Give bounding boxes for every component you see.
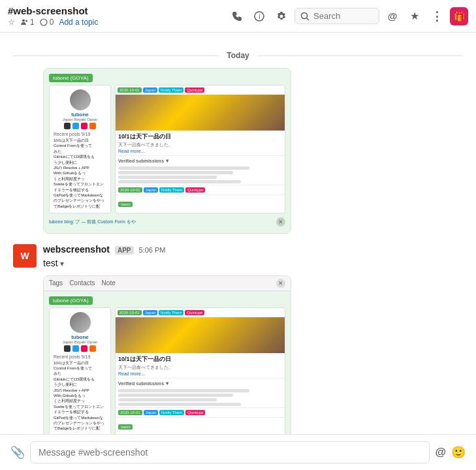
card2-bottom-tags: 2020-10-01 Japan Notify Them Quintype [116,407,285,417]
form-line-4 [118,180,241,183]
profile-icons [64,123,96,129]
verified-label: Verified submissions ▾ [116,155,285,165]
card2-recent-label: Recent posts 9/19 [54,354,106,359]
card2-tag-japan: Japan [143,310,157,315]
card2-profile-avatar [70,312,91,333]
food-image [116,95,285,131]
card-sidebar: tubone Japan Boyaki Opian Recent posts 9… [49,85,111,213]
tab-contacts[interactable]: Contacts [69,279,95,287]
card2-sidebar: tubone Japan Boyaki Opian R [49,307,111,434]
card2-top-bar: tubone (GOYA) [49,296,93,305]
at-button[interactable]: @ [383,7,402,25]
info-button[interactable]: i [250,7,268,25]
form-line-1 [118,166,249,170]
bottom-tag-date: 2020-10-01 [118,187,142,193]
bottom-tag-quintype: Quintype [185,187,205,193]
recent-label: Recent posts 9/19 [54,132,106,136]
card2-profile-name: tubone [71,334,89,340]
card2-inner: tubone (GOYA) tubone Japan Boyak [44,291,291,434]
svg-point-5 [302,12,308,18]
profile-name: tubone [71,112,89,118]
card2-verified-label: Verified submissions ▾ [116,378,285,388]
card2-music-icon [81,345,87,352]
profile-subtitle: Japan Boyaki Opian [63,118,98,121]
card2-tweet-btn[interactable]: tweet [118,424,133,430]
card2-github-icon [64,345,71,352]
input-bar: 📎 @ 🙂 [0,434,476,470]
svg-point-0 [22,20,25,22]
card-body: tubone Japan Boyaki Opian Recent posts 9… [49,85,285,213]
tab-note[interactable]: Note [102,279,116,287]
card2-bottom-tag-quintype: Quintype [185,410,205,415]
tag-row: 2020-10-01 Japan Notify Them Quintype [116,86,285,95]
channel-info: #web-screenshot ☆ 1 0 Add a topic [8,5,228,27]
tag-notify: Notify Them [159,87,183,93]
card2-bottom-tag-date: 2020-10-01 [118,410,142,415]
read-more[interactable]: Read more... [116,148,285,155]
screenshot-card-first: tubone (GOYA) tubone Japan Boyaki Opian [43,68,291,234]
post-body: 天下一品食べてきました。 [116,142,285,148]
card2-read-more[interactable]: Read more... [116,371,285,378]
search-box[interactable] [294,8,379,24]
svg-point-1 [25,20,27,22]
settings-button[interactable] [272,7,291,25]
card-footer: tubone blog: プ — 前後 Custom Form をや ✕ [49,216,285,228]
channel-meta: ☆ 1 0 Add a topic [8,18,228,27]
emoji-icon[interactable]: 🙂 [451,445,466,460]
more-button[interactable]: ⋮ [428,7,446,25]
recent-posts: 10/1は天下一品の日 Control Fromを使ってみた GitHubにてC… [54,138,106,209]
form-lines [116,165,285,185]
card2-profile-area: tubone Japan Boyaki Opian [54,312,106,352]
card2-tag-date: 2020-10-01 [118,310,142,315]
card-close-btn[interactable]: ✕ [276,279,285,288]
channel-name: #web-screenshot [8,5,228,16]
attach-icon[interactable]: 📎 [10,445,25,460]
svg-line-6 [307,18,309,20]
card2-bottom-btn-row: tweet [116,417,285,433]
card2-form-lines [116,388,285,407]
card2-verified-chevron: ▾ [166,381,168,386]
card2-top-label: tubone (GOYA) [53,298,89,304]
message-header: webscreenshot APP 5:06 PM [43,244,463,255]
message-input[interactable] [30,441,430,463]
tag-japan: Japan [143,87,157,93]
form-line-2 [118,171,233,174]
card2-form-line-4 [118,403,241,406]
members-count: 1 [20,18,35,27]
gift-button[interactable]: 🎁 [450,7,468,25]
app-badge: APP [115,246,134,255]
add-topic-link[interactable]: Add a topic [59,18,98,27]
message-row: W webscreenshot APP 5:06 PM test ▾ Tags … [13,244,463,434]
tab-tags[interactable]: Tags [49,279,63,287]
reactions-count: 0 [40,18,54,27]
github-icon [64,123,71,129]
tweet-btn[interactable]: tweet [118,202,133,207]
card2-form-line-3 [118,398,217,401]
search-input[interactable] [313,11,366,21]
bottom-tag-japan: Japan [144,187,158,193]
card2-tag-row: 2020-10-01 Japan Notify Them Quintype [116,308,285,317]
card2-bottom-tag-japan: Japan [144,410,158,415]
at-mention-icon[interactable]: @ [435,446,446,459]
profile-avatar [70,89,91,110]
screenshot-card-second: Tags Contacts Note ✕ tubone (GOYA) [43,275,291,434]
phone-button[interactable] [228,7,246,25]
card2-profile-subtitle: Japan Boyaki Opian [63,340,98,344]
card2-tag-quintype: Quintype [185,310,204,315]
card2-bottom-tag-notify: Notify Them [159,410,184,415]
tag-quintype: Quintype [185,87,204,93]
expand-button[interactable]: ▾ [60,259,64,268]
sender-avatar: W [13,244,37,268]
tag-date: 2020-10-01 [118,87,142,93]
star-button[interactable]: ★ [405,7,424,25]
post-title: 10/1は天下一品の日 [116,131,285,142]
card-top-label: tubone (GOYA) [53,75,89,81]
star-icon[interactable]: ☆ [8,18,15,27]
svg-text:i: i [259,13,260,20]
expand-close-icon[interactable]: ✕ [276,217,285,227]
first-preview-group: tubone (GOYA) tubone Japan Boyaki Opian [13,68,463,234]
verified-chevron: ▾ [166,158,168,164]
card2-tag-notify: Notify Them [159,310,183,315]
card2-recent-posts: 10/1は天下一品の日 Control Fromを使ってみた GitHubにてC… [54,360,106,431]
divider-line-left [13,55,219,56]
